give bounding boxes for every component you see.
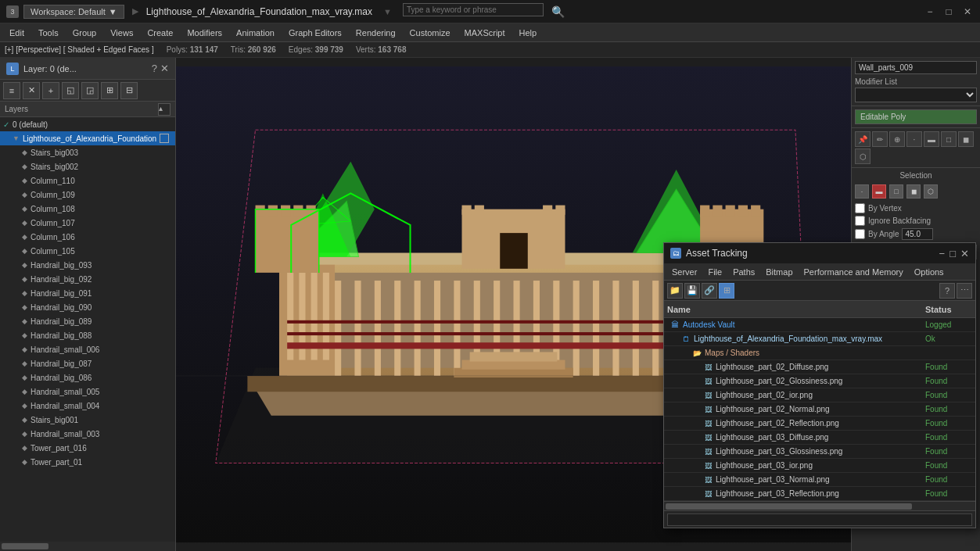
at-table-row[interactable]: 🖼Lighthouse_part_02_Reflection.pngFound [664,417,975,431]
layer-list-item[interactable]: ◆Handrail_small_005 [0,385,175,399]
layer-tool-settings[interactable]: ⊞ [101,82,118,99]
layer-tool-menu[interactable]: ≡ [3,82,20,99]
at-tool-link[interactable]: 🔗 [702,283,717,299]
ignore-backfacing-checkbox[interactable] [855,216,865,226]
at-table-row[interactable]: 🏛Autodesk VaultLogged [664,318,975,332]
menu-item-edit[interactable]: Edit [3,27,31,39]
layer-list-item[interactable]: ◆Column_110 [0,174,175,188]
menu-item-customize[interactable]: Customize [404,27,457,39]
layer-list-item[interactable]: ◆Stairs_big002 [0,159,175,174]
layer-list-item[interactable]: ◆Column_106 [0,230,175,244]
at-menu-item-file[interactable]: File [703,266,727,278]
by-vertex-checkbox[interactable] [855,203,865,213]
search-input[interactable] [403,3,544,16]
layer-list-item[interactable]: ◆Tower_part_016 [0,441,175,455]
at-table-row[interactable]: 🖼Lighthouse_part_03_Reflection.pngFound [664,487,975,501]
layer-list-item[interactable]: ◆Handrail_big_088 [0,328,175,342]
menu-item-create[interactable]: Create [141,27,179,39]
layer-list-item[interactable]: ◆Stairs_big001 [0,413,175,427]
menu-item-graph-editors[interactable]: Graph Editors [282,27,348,39]
at-table-row[interactable]: 🖼Lighthouse_part_03_Normal.pngFound [664,473,975,487]
layer-list-item[interactable]: ◆Handrail_small_006 [0,342,175,356]
layer-close-button[interactable]: ✕ [160,63,169,74]
menu-item-animation[interactable]: Animation [230,27,281,39]
layer-list-item[interactable]: ◆Handrail_big_089 [0,314,175,328]
at-table[interactable]: 🏛Autodesk VaultLogged🗒Lighthouse_of_Alex… [664,318,975,501]
layer-list-item[interactable]: ◆Handrail_big_091 [0,286,175,300]
layer-tool-add[interactable]: + [42,82,59,99]
at-horizontal-scrollbar[interactable] [664,501,975,510]
at-menu-item-paths[interactable]: Paths [728,266,759,278]
modifier-stack-item[interactable]: Editable Poly [855,109,977,124]
at-table-row[interactable]: 🖼Lighthouse_part_03_Diffuse.pngFound [664,431,975,445]
at-table-row[interactable]: 🖼Lighthouse_part_02_Glossiness.pngFound [664,374,975,388]
at-menu-item-server[interactable]: Server [667,266,702,278]
modifier-list-dropdown[interactable] [855,88,977,102]
sel-edge-icon[interactable]: ▬ [872,184,886,199]
at-table-row[interactable]: 🖼Lighthouse_part_03_Glossiness.pngFound [664,445,975,459]
layer-list-item[interactable]: ▼Lighthouse_of_Alexandria_Foundation [0,131,175,145]
layer-list-item[interactable]: ◆Handrail_big_090 [0,300,175,314]
at-scroll-thumb[interactable] [666,503,912,510]
sel-vert-icon[interactable]: · [855,184,869,199]
menu-item-modifiers[interactable]: Modifiers [181,27,228,39]
workspace-button[interactable]: Workspace: Default ▼ [23,5,124,19]
by-angle-checkbox[interactable] [855,229,865,239]
layer-list[interactable]: ✓0 (default)▼Lighthouse_of_Alexandria_Fo… [0,117,175,542]
layer-tool-move2[interactable]: ◲ [81,82,99,99]
at-table-row[interactable]: 🖼Lighthouse_part_02_Diffuse.pngFound [664,360,975,374]
at-minimize-button[interactable]: − [939,248,946,259]
at-table-row[interactable]: 🗒Lighthouse_of_Alexandria_Foundation_max… [664,332,975,346]
at-tool-save[interactable]: 💾 [684,283,700,299]
sel-element-icon[interactable]: ⬡ [924,184,938,199]
layer-list-item[interactable]: ✓0 (default) [0,117,175,131]
tool-poly[interactable]: ◼ [958,131,974,147]
menu-item-tools[interactable]: Tools [32,27,65,39]
layer-list-item[interactable]: ◆Column_108 [0,202,175,216]
layer-list-item[interactable]: ◆Column_105 [0,244,175,258]
at-table-row[interactable]: 🖼Lighthouse_part_02_Normal.pngFound [664,403,975,417]
at-tool-help[interactable]: ? [939,283,955,299]
layer-tool-remove[interactable]: ✕ [23,82,40,99]
angle-input[interactable] [902,228,933,240]
menu-item-maxscript[interactable]: MAXScript [458,27,512,39]
layer-list-item[interactable]: ◆Column_109 [0,188,175,202]
at-menu-item-options[interactable]: Options [910,266,949,278]
layer-tool-extra[interactable]: ⊟ [120,82,138,99]
layer-help-button[interactable]: ? [152,63,157,74]
tool-edit[interactable]: ✏ [872,131,888,147]
menu-item-group[interactable]: Group [66,27,103,39]
object-name-field[interactable] [855,61,977,74]
tool-border[interactable]: □ [941,131,957,147]
maximize-button[interactable]: □ [942,5,955,18]
tool-edge[interactable]: ▬ [924,131,939,147]
layer-list-item[interactable]: ◆Stairs_big003 [0,145,175,159]
layer-list-item[interactable]: ◆Column_107 [0,216,175,230]
layer-scroll-up[interactable]: ▴ [158,103,171,116]
at-tool-grid[interactable]: ⊞ [719,283,734,299]
layer-horizontal-scrollbar[interactable] [0,542,175,551]
at-tool-folder[interactable]: 📁 [667,283,683,299]
layer-list-item[interactable]: ◆Handrail_small_004 [0,399,175,413]
tool-element[interactable]: ⬡ [855,148,871,164]
layer-list-item[interactable]: ◆Handrail_big_092 [0,272,175,286]
tool-copy[interactable]: ⊕ [889,131,905,147]
sel-poly-icon[interactable]: ◼ [906,184,921,199]
at-close-button[interactable]: ✕ [960,248,969,259]
layer-list-item[interactable]: ◆Handrail_big_087 [0,356,175,370]
at-maximize-button[interactable]: □ [949,248,956,259]
layer-list-item[interactable]: ◆Tower_part_01 [0,455,175,469]
at-table-row[interactable]: 🖼Lighthouse_part_03_ior.pngFound [664,459,975,473]
at-menu-item-performance-and-memory[interactable]: Performance and Memory [799,266,908,278]
at-tool-options[interactable]: ⋯ [957,283,972,299]
at-table-row[interactable]: 🖼Lighthouse_part_02_ior.pngFound [664,388,975,403]
layer-scroll-thumb[interactable] [2,543,48,549]
menu-item-rendering[interactable]: Rendering [350,27,402,39]
menu-item-help[interactable]: Help [513,27,544,39]
at-table-row[interactable]: 📂Maps / Shaders [664,346,975,360]
layer-list-item[interactable]: ◆Handrail_small_003 [0,427,175,441]
tool-vert[interactable]: · [906,131,922,147]
tool-pin[interactable]: 📌 [855,131,871,147]
at-menu-item-bitmap[interactable]: Bitmap [761,266,797,278]
menu-item-views[interactable]: Views [104,27,139,39]
